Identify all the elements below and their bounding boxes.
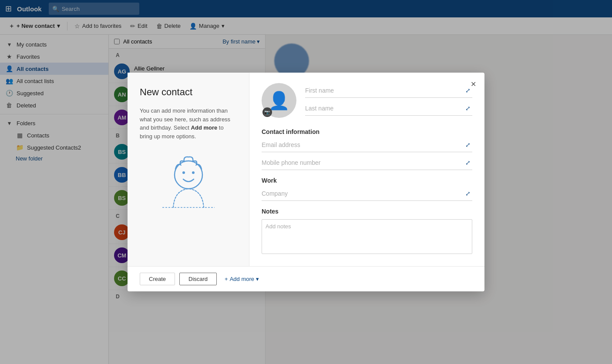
last-name-field: ⤢	[305, 103, 472, 116]
company-clear-icon[interactable]: ⤢	[464, 189, 472, 198]
work-section-label: Work	[262, 177, 472, 184]
modal-right-panel: 👤 📷 ⤢ ⤢ Contact	[249, 73, 484, 266]
email-input[interactable]	[262, 140, 464, 150]
modal-body: New contact You can add more information…	[128, 73, 484, 266]
modal-description: You can add more information than what y…	[140, 107, 237, 140]
phone-field: ⤢	[262, 157, 472, 170]
svg-point-0	[175, 161, 202, 189]
name-fields: ⤢ ⤢	[305, 85, 472, 116]
modal-footer: Create Discard + Add more ▾	[128, 266, 484, 291]
company-field: ⤢	[262, 188, 472, 201]
avatar-upload-area[interactable]: 👤 📷	[262, 83, 296, 118]
notes-textarea[interactable]	[262, 219, 472, 254]
last-name-input[interactable]	[305, 103, 464, 114]
modal-illustration	[149, 151, 228, 220]
company-input[interactable]	[262, 188, 464, 199]
first-name-input[interactable]	[305, 85, 464, 96]
svg-point-2	[192, 171, 195, 174]
contact-info-section-label: Contact information	[262, 128, 472, 135]
camera-icon[interactable]: 📷	[262, 107, 272, 117]
phone-input[interactable]	[262, 157, 464, 168]
modal-left-panel: New contact You can add more information…	[128, 73, 249, 266]
new-contact-modal: ✕ New contact You can add more informati…	[128, 73, 484, 291]
email-field: ⤢	[262, 140, 472, 152]
avatar-section: 👤 📷 ⤢ ⤢	[262, 83, 472, 118]
add-more-button[interactable]: + Add more ▾	[221, 273, 262, 285]
first-name-clear-icon[interactable]: ⤢	[464, 86, 472, 95]
person-placeholder-icon: 👤	[268, 90, 290, 111]
svg-point-1	[182, 171, 185, 174]
notes-section-label: Notes	[262, 208, 472, 215]
create-button[interactable]: Create	[140, 273, 175, 285]
first-name-field: ⤢	[305, 85, 472, 98]
email-clear-icon[interactable]: ⤢	[464, 140, 472, 149]
modal-overlay: ✕ New contact You can add more informati…	[0, 0, 612, 364]
modal-title: New contact	[140, 87, 192, 98]
discard-button[interactable]: Discard	[179, 273, 217, 285]
last-name-clear-icon[interactable]: ⤢	[464, 104, 472, 113]
add-more-label: Add more	[230, 276, 254, 282]
notes-section: Notes	[262, 208, 472, 256]
add-more-plus-icon: +	[225, 276, 228, 282]
add-more-chevron-icon: ▾	[256, 276, 259, 282]
phone-clear-icon[interactable]: ⤢	[464, 158, 472, 167]
